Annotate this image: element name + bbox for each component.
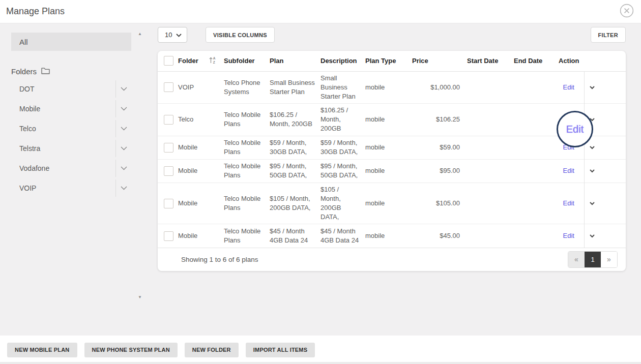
table-toolbar: 10 VISIBLE COLUMNS FILTER xyxy=(158,27,626,43)
cell-folder: Mobile xyxy=(178,224,224,248)
row-actions-chevron-icon[interactable] xyxy=(590,234,595,238)
folders-section-label: Folders xyxy=(11,66,148,76)
sidebar-item-all[interactable]: All xyxy=(11,33,131,51)
table-row: Mobile Telco Mobile Plans $45 / Month 4G… xyxy=(158,224,626,248)
row-actions-chevron-icon[interactable] xyxy=(590,169,595,173)
sidebar-item-telco[interactable]: Telco xyxy=(11,120,131,137)
close-button[interactable] xyxy=(620,5,634,19)
cell-description: Small Business Starter Plan xyxy=(320,71,365,104)
table-row: Mobile Telco Mobile Plans $59 / Month, 3… xyxy=(158,136,626,159)
cell-plan-type: mobile xyxy=(365,224,412,248)
folder-item-label: Vodafone xyxy=(19,164,115,172)
cell-folder: Mobile xyxy=(178,159,224,183)
cell-plan-type: mobile xyxy=(365,71,412,104)
column-header-start-date: Start Date xyxy=(467,51,514,71)
cell-plan: $59 / Month, 30GB DATA, xyxy=(270,136,320,159)
cell-start-date xyxy=(467,104,514,136)
row-checkbox[interactable] xyxy=(164,115,173,125)
folder-item-label: Telco xyxy=(19,125,115,133)
edit-link[interactable]: Edit xyxy=(563,199,574,207)
chevron-down-icon[interactable] xyxy=(116,87,131,91)
cell-plan-type: mobile xyxy=(365,159,412,183)
column-label: Folder xyxy=(178,57,198,65)
plans-table-card: Folder AZ Subfolder Plan Description Pla… xyxy=(158,51,626,271)
chevron-down-icon[interactable] xyxy=(116,166,131,170)
cell-plan: Small Business Starter Plan xyxy=(270,71,320,104)
cell-plan: $106.25 / Month, 200GB xyxy=(270,104,320,136)
sidebar-item-voip[interactable]: VOIP xyxy=(11,179,131,197)
cell-start-date xyxy=(467,224,514,248)
cell-price: $1,000.00 xyxy=(412,71,467,104)
select-all-checkbox[interactable] xyxy=(164,56,173,66)
cell-start-date xyxy=(467,159,514,183)
cell-plan-type: mobile xyxy=(365,136,412,159)
edit-link[interactable]: Edit xyxy=(563,167,574,174)
sidebar-item-telstra[interactable]: Telstra xyxy=(11,140,131,157)
row-actions-chevron-icon[interactable] xyxy=(590,202,595,205)
chevron-down-icon[interactable] xyxy=(116,107,131,111)
chevron-down-icon[interactable] xyxy=(116,146,131,150)
pagination-next-button[interactable]: » xyxy=(601,252,617,267)
column-header-folder[interactable]: Folder AZ xyxy=(178,51,224,71)
folders-label-text: Folders xyxy=(11,67,37,76)
filter-button[interactable]: FILTER xyxy=(591,27,626,43)
scroll-down-icon[interactable]: ▼ xyxy=(136,295,144,300)
row-actions-chevron-icon[interactable] xyxy=(590,86,595,89)
sidebar-item-dot[interactable]: DOT xyxy=(11,80,131,98)
cell-folder: VOIP xyxy=(178,71,224,104)
cell-plan: $95 / Month, 50GB DATA, xyxy=(270,159,320,183)
visible-columns-button[interactable]: VISIBLE COLUMNS xyxy=(206,27,275,43)
cell-folder: Telco xyxy=(178,104,224,136)
row-checkbox[interactable] xyxy=(164,231,173,241)
page-title: Manage Plans xyxy=(6,6,65,17)
row-checkbox[interactable] xyxy=(164,199,173,208)
pagination-current-page[interactable]: 1 xyxy=(585,252,601,267)
cell-description: $105 / Month, 200GB DATA, xyxy=(320,183,365,224)
main-panel: 10 VISIBLE COLUMNS FILTER Folder xyxy=(148,23,641,336)
column-header-plan-type: Plan Type xyxy=(365,51,412,71)
page-size-select[interactable]: 10 xyxy=(158,27,187,43)
svg-text:Z: Z xyxy=(213,60,215,64)
sort-icon[interactable]: AZ xyxy=(209,56,217,66)
table-row: Mobile Telco Mobile Plans $95 / Month, 5… xyxy=(158,159,626,183)
cell-folder: Mobile xyxy=(178,183,224,224)
edit-link[interactable]: Edit xyxy=(563,83,574,91)
cell-start-date xyxy=(467,136,514,159)
new-mobile-plan-button[interactable]: NEW MOBILE PLAN xyxy=(7,343,77,357)
chevron-down-icon xyxy=(176,31,182,39)
highlighted-edit-link[interactable]: Edit xyxy=(566,124,584,135)
import-all-items-button[interactable]: IMPORT ALL ITEMS xyxy=(246,343,315,357)
column-header-spacer xyxy=(584,51,626,71)
results-summary: Showing 1 to 6 of 6 plans xyxy=(181,256,258,263)
sidebar-item-mobile[interactable]: Mobile xyxy=(11,100,131,117)
column-header-price: Price xyxy=(412,51,467,71)
cell-price: $59.00 xyxy=(412,136,467,159)
table-header-row: Folder AZ Subfolder Plan Description Pla… xyxy=(158,51,626,71)
cell-price: $95.00 xyxy=(412,159,467,183)
folder-item-label: DOT xyxy=(19,85,115,93)
cell-description: $95 / Month, 50GB DATA, xyxy=(320,159,365,183)
modal-header: Manage Plans xyxy=(0,0,641,23)
new-folder-button[interactable]: NEW FOLDER xyxy=(185,343,239,357)
edit-link[interactable]: Edit xyxy=(563,232,574,239)
cell-price: $45.00 xyxy=(412,224,467,248)
row-checkbox[interactable] xyxy=(164,82,173,92)
pagination-prev-button[interactable]: « xyxy=(568,252,585,267)
new-phone-system-plan-button[interactable]: NEW PHONE SYSTEM PLAN xyxy=(84,343,178,357)
table-row: Telco Telco Mobile Plans $106.25 / Month… xyxy=(158,104,626,136)
column-header-action: Action xyxy=(559,51,584,71)
chevron-down-icon[interactable] xyxy=(116,186,131,190)
cell-end-date xyxy=(514,183,559,224)
row-checkbox[interactable] xyxy=(164,166,173,176)
all-label: All xyxy=(19,38,28,46)
column-header-end-date: End Date xyxy=(514,51,559,71)
folder-icon xyxy=(41,67,50,76)
svg-text:A: A xyxy=(213,56,216,60)
page-size-value: 10 xyxy=(165,31,172,39)
row-checkbox[interactable] xyxy=(164,143,173,153)
sidebar-item-vodafone[interactable]: Vodafone xyxy=(11,160,131,177)
scroll-up-icon[interactable]: ▲ xyxy=(136,32,144,37)
chevron-down-icon[interactable] xyxy=(116,127,131,131)
table-row: VOIP Telco Phone Systems Small Business … xyxy=(158,71,626,104)
row-actions-chevron-icon[interactable] xyxy=(590,146,595,149)
